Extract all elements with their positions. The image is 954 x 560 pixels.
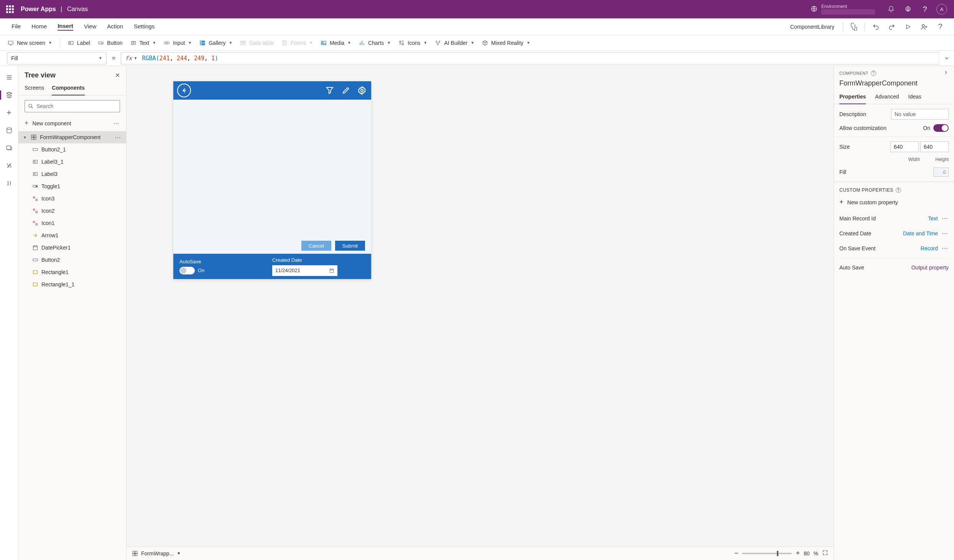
description-input[interactable]: No value (891, 109, 949, 120)
fit-screen-icon[interactable] (822, 550, 828, 557)
fill-swatch[interactable] (933, 168, 949, 177)
tree-item[interactable]: DatePicker1 (18, 241, 126, 254)
zoom-slider[interactable] (742, 553, 792, 554)
filter-icon[interactable] (324, 85, 335, 96)
edit-icon[interactable] (340, 85, 351, 96)
more-icon[interactable]: ⋯ (113, 120, 120, 127)
allow-customization-toggle[interactable]: On (923, 124, 949, 132)
breadcrumb-selector[interactable]: FormWrapp... ▼ (132, 550, 181, 557)
tree-item[interactable]: Icon3 (18, 192, 126, 205)
component-library-link[interactable]: ComponentLibrary (790, 24, 834, 30)
menu-insert[interactable]: Insert (58, 23, 73, 31)
more-icon[interactable]: ⋯ (942, 245, 949, 252)
share-icon[interactable] (917, 20, 931, 34)
tree-item[interactable]: Rectangle1_1 (18, 278, 126, 291)
tree-item-formwrapper[interactable]: ▼ FormWrapperComponent ⋯ (18, 131, 126, 143)
tree-item[interactable]: Label3_1 (18, 156, 126, 168)
gear-icon[interactable] (357, 85, 367, 96)
menu-file[interactable]: File (12, 23, 21, 30)
rail-media-icon[interactable] (0, 140, 18, 156)
settings-icon[interactable] (900, 0, 916, 18)
more-icon[interactable]: ⋯ (115, 134, 122, 141)
canvas-viewport[interactable]: Cancel Submit AutoSave On Created Date (127, 66, 834, 546)
gallery-button[interactable]: Gallery ▼ (196, 38, 235, 48)
submit-button[interactable]: Submit (335, 241, 365, 251)
text-button[interactable]: Text ▼ (127, 38, 160, 48)
help-icon-2[interactable]: ? (933, 20, 947, 34)
tab-screens[interactable]: Screens (25, 85, 44, 95)
back-arrow-icon[interactable] (177, 84, 191, 97)
tab-components[interactable]: Components (52, 85, 85, 95)
rail-tree-view-icon[interactable] (0, 87, 18, 103)
tab-properties[interactable]: Properties (839, 94, 866, 104)
zoom-out-button[interactable]: − (734, 549, 739, 557)
date-picker[interactable]: 11/24/2021 (272, 265, 337, 276)
button-button[interactable]: Button (95, 38, 125, 48)
notifications-icon[interactable] (883, 0, 899, 18)
tab-advanced[interactable]: Advanced (875, 94, 899, 104)
help-icon[interactable]: ? (917, 0, 933, 18)
tree-item[interactable]: Icon1 (18, 217, 126, 229)
avatar[interactable]: A (934, 0, 949, 18)
prop-type[interactable]: Output property (911, 264, 949, 271)
menu-home[interactable]: Home (31, 23, 47, 30)
tree-item[interactable]: Button2_1 (18, 143, 126, 156)
new-component-button[interactable]: + New component (25, 119, 71, 127)
component-preview[interactable]: Cancel Submit AutoSave On Created Date (173, 81, 371, 279)
charts-button[interactable]: Charts ▼ (356, 38, 394, 48)
custom-prop-row[interactable]: Created Date Date and Time⋯ (839, 226, 949, 241)
prop-type[interactable]: Text (928, 215, 938, 222)
menu-view[interactable]: View (84, 23, 96, 30)
tree-item[interactable]: Button2 (18, 254, 126, 266)
close-icon[interactable]: ✕ (115, 72, 120, 79)
label-button[interactable]: Label (65, 38, 93, 48)
width-input[interactable]: 640 (890, 141, 919, 152)
waffle-icon[interactable] (6, 5, 14, 13)
mixed-reality-button[interactable]: Mixed Reality ▼ (479, 38, 533, 48)
custom-prop-row[interactable]: On Save Event Record⋯ (839, 241, 949, 256)
rail-hamburger-icon[interactable] (0, 69, 18, 86)
prop-type[interactable]: Date and Time (903, 230, 938, 236)
rail-insert-icon[interactable]: + (0, 104, 18, 121)
help-icon[interactable]: ? (896, 187, 901, 193)
new-screen-button[interactable]: New screen ▼ (5, 38, 55, 48)
more-icon[interactable]: ⋯ (942, 230, 949, 237)
ai-builder-button[interactable]: AI Builder ▼ (432, 38, 477, 48)
chevron-down-icon[interactable]: ▼ (22, 135, 28, 140)
play-icon[interactable] (901, 20, 915, 34)
rail-variables-icon[interactable] (0, 157, 18, 174)
undo-icon[interactable] (869, 20, 883, 34)
search-input[interactable] (36, 103, 117, 109)
cancel-button[interactable]: Cancel (301, 241, 331, 251)
tree-search-box[interactable] (25, 100, 120, 112)
zoom-in-button[interactable]: + (796, 549, 800, 557)
input-button[interactable]: Input ▼ (161, 38, 195, 48)
icons-button[interactable]: Icons ▼ (395, 38, 430, 48)
property-selector[interactable]: Fill ▼ (7, 52, 107, 64)
media-button[interactable]: Media ▼ (317, 38, 354, 48)
tree-item[interactable]: Toggle1 (18, 180, 126, 192)
health-icon[interactable] (847, 20, 861, 34)
redo-icon[interactable] (885, 20, 899, 34)
new-custom-property-button[interactable]: + New custom property (834, 196, 954, 211)
formula-input[interactable]: fx ▼ RGBA(241, 244, 249, 1) (121, 52, 939, 64)
tree-item[interactable]: Label3 (18, 168, 126, 180)
chevron-right-icon[interactable] (943, 70, 949, 76)
rail-advanced-tools-icon[interactable] (0, 175, 18, 192)
menu-action[interactable]: Action (107, 23, 123, 30)
environment-selector[interactable]: Environment (821, 4, 875, 15)
tab-ideas[interactable]: Ideas (908, 94, 921, 104)
menu-settings[interactable]: Settings (134, 23, 155, 30)
tree-item[interactable]: Icon2 (18, 205, 126, 217)
autosave-toggle[interactable] (179, 267, 195, 274)
tree-item[interactable]: Rectangle1 (18, 266, 126, 278)
help-icon[interactable]: ? (871, 71, 876, 76)
formula-expand-button[interactable] (939, 51, 954, 66)
more-icon[interactable]: ⋯ (942, 215, 949, 222)
height-input[interactable]: 640 (920, 141, 949, 152)
environment-icon[interactable] (811, 5, 817, 13)
custom-prop-row[interactable]: Auto Save Output property (839, 258, 949, 274)
fx-chevron-down-icon[interactable]: ▼ (134, 56, 137, 60)
prop-type[interactable]: Record (921, 245, 938, 251)
rail-data-icon[interactable] (0, 122, 18, 139)
